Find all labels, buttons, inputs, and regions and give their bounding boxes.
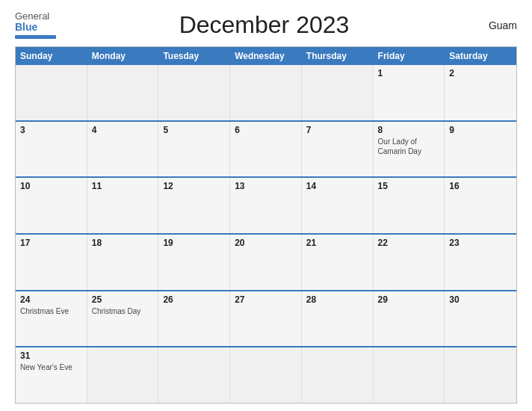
weekday-header-friday: Friday: [374, 47, 445, 65]
day-number: 12: [163, 181, 225, 191]
calendar-cell: 6: [230, 122, 302, 177]
calendar-cell: [16, 65, 87, 120]
weekday-header-monday: Monday: [87, 47, 159, 65]
calendar-week-1: 12: [16, 65, 516, 120]
calendar-cell: 28: [302, 291, 374, 347]
day-number: 26: [163, 294, 225, 305]
day-number: 28: [306, 294, 368, 305]
calendar-cell: 31New Year's Eve: [16, 347, 87, 403]
calendar-header: SundayMondayTuesdayWednesdayThursdayFrid…: [16, 47, 516, 65]
calendar-cell: 2: [445, 65, 516, 120]
calendar-title: December 2023: [56, 11, 472, 39]
calendar-cell: [158, 347, 230, 403]
calendar-cell: 27: [230, 291, 302, 347]
calendar-cell: 24Christmas Eve: [16, 291, 87, 347]
logo-general: General: [15, 11, 49, 22]
calendar-cell: [445, 347, 516, 403]
logo: General Blue: [15, 11, 56, 39]
day-number: 18: [92, 238, 154, 248]
day-number: 5: [163, 125, 225, 135]
day-event: New Year's Eve: [20, 362, 82, 372]
day-number: 11: [92, 181, 154, 191]
calendar-cell: [302, 65, 374, 120]
day-number: 6: [235, 125, 297, 135]
calendar: SundayMondayTuesdayWednesdayThursdayFrid…: [15, 46, 517, 404]
day-number: 4: [92, 125, 154, 135]
day-number: 24: [20, 294, 82, 305]
calendar-cell: 19: [158, 235, 230, 290]
day-number: 27: [235, 294, 297, 305]
calendar-cell: 29: [374, 291, 445, 347]
calendar-cell: 17: [16, 235, 87, 290]
calendar-cell: 5: [158, 122, 230, 177]
calendar-cell: 15: [374, 178, 445, 233]
weekday-header-wednesday: Wednesday: [230, 47, 302, 65]
weekday-header-tuesday: Tuesday: [158, 47, 230, 65]
day-number: 17: [20, 238, 82, 248]
calendar-body: 12345678Our Lady of Camarin Day910111213…: [16, 65, 516, 403]
calendar-week-5: 24Christmas Eve25Christmas Day2627282930: [16, 290, 516, 347]
calendar-cell: [230, 347, 302, 403]
day-number: 29: [378, 294, 440, 305]
calendar-cell: [374, 347, 445, 403]
calendar-cell: 8Our Lady of Camarin Day: [374, 122, 445, 177]
day-number: 19: [163, 238, 225, 248]
calendar-cell: 3: [16, 122, 87, 177]
day-number: 1: [378, 68, 440, 78]
calendar-cell: 23: [445, 235, 516, 290]
day-number: 14: [306, 181, 368, 191]
day-number: 16: [449, 181, 512, 191]
calendar-cell: 12: [158, 178, 230, 233]
calendar-week-4: 17181920212223: [16, 233, 516, 290]
weekday-header-thursday: Thursday: [302, 47, 374, 65]
weekday-header-saturday: Saturday: [445, 47, 516, 65]
calendar-cell: 26: [158, 291, 230, 347]
day-number: 22: [378, 238, 440, 248]
day-event: Christmas Day: [92, 306, 154, 316]
header: General Blue December 2023 Guam: [15, 11, 517, 39]
calendar-cell: 21: [302, 235, 374, 290]
calendar-cell: 18: [87, 235, 159, 290]
calendar-cell: 25Christmas Day: [87, 291, 159, 347]
calendar-cell: 7: [302, 122, 374, 177]
calendar-cell: [87, 347, 159, 403]
day-number: 25: [92, 294, 154, 305]
day-number: 21: [306, 238, 368, 248]
weekday-header-sunday: Sunday: [16, 47, 87, 65]
calendar-cell: [302, 347, 374, 403]
calendar-week-2: 345678Our Lady of Camarin Day9: [16, 120, 516, 177]
calendar-cell: 20: [230, 235, 302, 290]
day-number: 30: [449, 294, 512, 305]
logo-bar: [15, 35, 56, 39]
day-number: 23: [449, 238, 512, 248]
calendar-cell: 1: [374, 65, 445, 120]
calendar-week-3: 10111213141516: [16, 176, 516, 233]
day-number: 15: [378, 181, 440, 191]
day-number: 10: [20, 181, 82, 191]
day-number: 9: [449, 125, 512, 135]
page: General Blue December 2023 Guam SundayMo…: [0, 0, 532, 411]
region-label: Guam: [472, 19, 517, 31]
calendar-cell: 11: [87, 178, 159, 233]
day-event: Christmas Eve: [20, 306, 82, 316]
day-number: 13: [235, 181, 297, 191]
day-number: 3: [20, 125, 82, 135]
calendar-cell: [230, 65, 302, 120]
calendar-cell: 4: [87, 122, 159, 177]
day-number: 8: [378, 125, 440, 135]
logo-blue: Blue: [15, 22, 37, 33]
calendar-cell: [87, 65, 159, 120]
day-number: 7: [306, 125, 368, 135]
calendar-cell: 9: [445, 122, 516, 177]
day-event: Our Lady of Camarin Day: [378, 137, 440, 156]
day-number: 31: [20, 350, 82, 361]
calendar-cell: 22: [374, 235, 445, 290]
calendar-cell: [158, 65, 230, 120]
calendar-cell: 14: [302, 178, 374, 233]
day-number: 2: [449, 68, 512, 78]
calendar-week-6: 31New Year's Eve: [16, 346, 516, 403]
calendar-cell: 10: [16, 178, 87, 233]
calendar-cell: 13: [230, 178, 302, 233]
day-number: 20: [235, 238, 297, 248]
calendar-cell: 16: [445, 178, 516, 233]
